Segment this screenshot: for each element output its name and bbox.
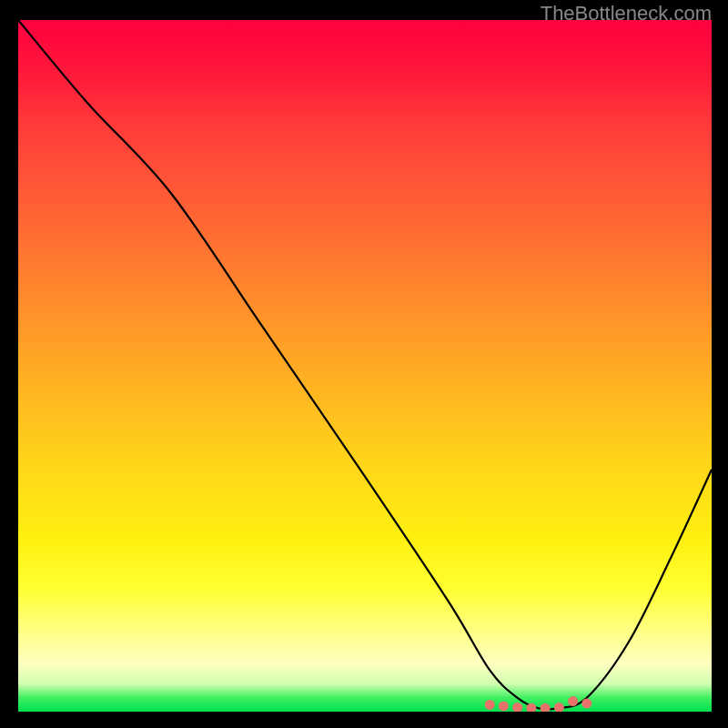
- optimal-marker: [581, 698, 592, 708]
- bottleneck-chart: [18, 20, 712, 712]
- plot-area: [18, 20, 712, 712]
- optimal-marker: [568, 696, 578, 706]
- optimal-range-markers: [485, 696, 592, 712]
- bottleneck-curve-path: [18, 20, 712, 710]
- optimal-marker: [512, 703, 522, 712]
- optimal-marker: [541, 703, 551, 712]
- optimal-marker: [485, 700, 495, 710]
- optimal-marker: [554, 703, 564, 712]
- watermark-text: TheBottleneck.com: [541, 2, 712, 25]
- optimal-marker: [499, 701, 509, 711]
